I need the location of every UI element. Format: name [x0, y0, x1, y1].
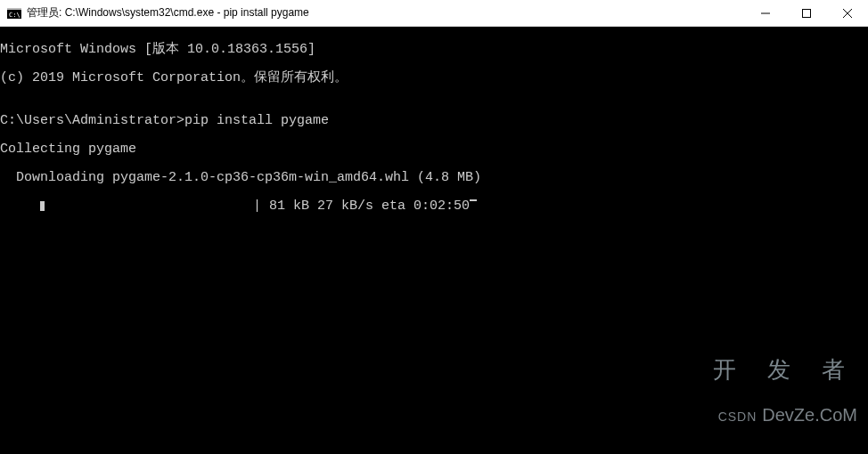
cursor [470, 199, 477, 201]
watermark-row2: CSDN DevZe.CoM [713, 406, 857, 424]
cmd-icon: C:\ [7, 6, 21, 20]
cmd-icon-text: C:\ [9, 12, 20, 19]
terminal-line: Collecting pygame [0, 142, 868, 157]
terminal-prompt-line: C:\Users\Administrator>pip install pygam… [0, 114, 868, 128]
title-left: C:\ 管理员: C:\Windows\system32\cmd.exe - p… [0, 5, 745, 20]
watermark-csdn: CSDN [718, 410, 757, 423]
terminal-line: (c) 2019 Microsoft Corporation。保留所有权利。 [0, 71, 868, 85]
progress-stats: | 81 kB 27 kB/s eta 0:02:50 [245, 199, 470, 214]
minimize-button[interactable] [745, 0, 786, 27]
window-title: 管理员: C:\Windows\system32\cmd.exe - pip i… [27, 5, 309, 20]
progress-filled [40, 201, 45, 211]
maximize-button[interactable] [786, 0, 827, 27]
svg-rect-1 [7, 8, 21, 10]
watermark: 开 发 者 CSDN DevZe.CoM [713, 331, 857, 450]
watermark-big: 开 发 者 [713, 358, 857, 381]
progress-bar [40, 199, 245, 212]
window-controls [745, 0, 868, 26]
progress-line: | 81 kB 27 kB/s eta 0:02:50 [0, 199, 868, 214]
terminal-body[interactable]: Microsoft Windows [版本 10.0.18363.1556] (… [0, 27, 868, 454]
window-titlebar: C:\ 管理员: C:\Windows\system32\cmd.exe - p… [0, 0, 868, 27]
terminal-line: Downloading pygame-2.1.0-cp36-cp36m-win_… [0, 171, 868, 185]
progress-indent [0, 199, 40, 214]
watermark-devze: DevZe.CoM [762, 406, 857, 424]
close-button[interactable] [827, 0, 868, 27]
terminal-line: Microsoft Windows [版本 10.0.18363.1556] [0, 43, 868, 57]
svg-rect-3 [803, 10, 811, 18]
